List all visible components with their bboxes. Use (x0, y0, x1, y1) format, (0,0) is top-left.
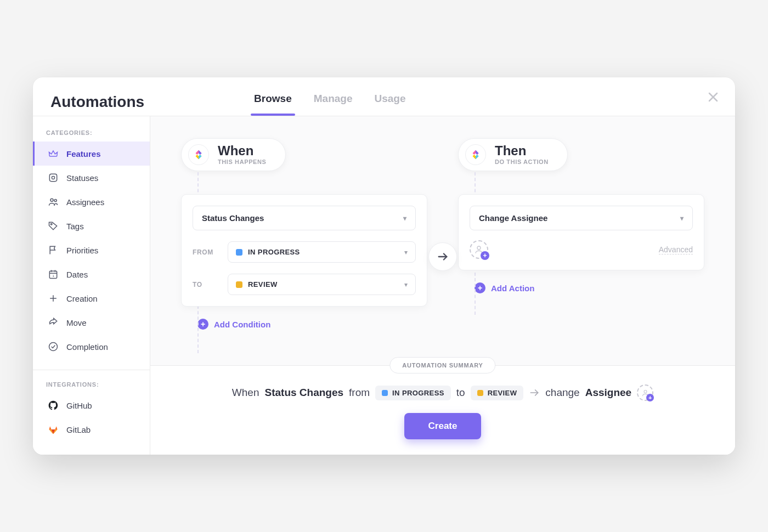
then-card: Change Assignee ▾ Advanced (458, 194, 704, 270)
summary-chip-from: IN PROGRESS (375, 386, 451, 400)
assignee-row: Advanced (470, 240, 693, 259)
summary-from-status: IN PROGRESS (392, 389, 444, 397)
sidebar-divider (33, 370, 150, 370)
modal-header: Automations Browse Manage Usage (33, 77, 735, 116)
add-condition-label: Add Condition (214, 320, 270, 329)
then-column: Then DO THIS ACTION Change Assignee ▾ (427, 138, 704, 343)
sidebar: CATEGORIES: Features Statuses Assignees … (33, 116, 150, 455)
close-icon (707, 90, 720, 104)
when-card: Status Changes ▾ FROM IN PROGRESS ▾ (181, 194, 427, 307)
advanced-link[interactable]: Advanced (659, 245, 693, 254)
svg-point-9 (49, 343, 58, 351)
summary-to-status: REVIEW (488, 389, 517, 397)
sidebar-item-move[interactable]: Move (33, 310, 150, 335)
tab-usage[interactable]: Usage (375, 88, 406, 116)
sidebar-item-dates[interactable]: 1 Dates (33, 262, 150, 286)
sidebar-item-label: GitHub (66, 401, 92, 410)
tab-manage[interactable]: Manage (314, 88, 353, 116)
summary-text: change (545, 387, 579, 399)
sidebar-item-label: Tags (66, 222, 84, 231)
arrow-right-icon (437, 251, 449, 263)
summary-text: When (232, 387, 259, 399)
sidebar-item-completion[interactable]: Completion (33, 335, 150, 359)
plus-circle-icon: + (197, 319, 208, 330)
sidebar-item-priorities[interactable]: Priorities (33, 238, 150, 262)
sidebar-section-categories: CATEGORIES: (33, 129, 150, 142)
person-icon (474, 245, 484, 254)
sidebar-item-label: Features (66, 149, 101, 159)
sidebar-item-assignees[interactable]: Assignees (33, 190, 150, 214)
add-action-label: Add Action (491, 284, 534, 293)
svg-rect-2 (49, 174, 57, 181)
close-button[interactable] (707, 90, 720, 104)
sidebar-item-label: Dates (66, 270, 88, 279)
sidebar-item-label: GitLab (66, 425, 91, 434)
status-dot (236, 249, 242, 256)
create-button[interactable]: Create (404, 413, 482, 439)
then-pill: Then DO THIS ACTION (458, 138, 568, 171)
when-title: When (218, 144, 267, 157)
sidebar-item-label: Move (66, 318, 87, 327)
check-circle-icon (48, 341, 59, 352)
to-status-select[interactable]: REVIEW ▾ (228, 274, 416, 295)
sidebar-item-statuses[interactable]: Statuses (33, 166, 150, 190)
automations-modal: Automations Browse Manage Usage CATEGORI… (33, 77, 735, 455)
chevron-down-icon: ▾ (403, 214, 406, 222)
when-column: When THIS HAPPENS Status Changes ▾ FROM (181, 138, 427, 343)
sidebar-item-features[interactable]: Features (33, 142, 150, 166)
page-title: Automations (50, 93, 144, 111)
from-label: FROM (193, 248, 218, 256)
summary-text: Assignee (585, 387, 631, 399)
sidebar-item-creation[interactable]: Creation (33, 286, 150, 310)
status-dot (236, 281, 242, 288)
action-select[interactable]: Change Assignee ▾ (470, 206, 693, 230)
sidebar-item-tags[interactable]: Tags (33, 214, 150, 238)
svg-point-6 (50, 223, 52, 225)
gitlab-icon (48, 424, 59, 435)
modal-body: CATEGORIES: Features Statuses Assignees … (33, 116, 735, 455)
sidebar-section-integrations: INTEGRATIONS: (33, 381, 150, 393)
from-status-value: IN PROGRESS (248, 248, 300, 256)
chevron-down-icon: ▾ (680, 214, 684, 222)
action-value: Change Assignee (479, 213, 547, 223)
share-icon (48, 317, 59, 328)
arrow-divider (428, 242, 457, 271)
sidebar-item-github[interactable]: GitHub (33, 393, 150, 417)
sidebar-item-label: Creation (66, 294, 98, 303)
from-row: FROM IN PROGRESS ▾ (193, 241, 416, 263)
from-status-select[interactable]: IN PROGRESS ▾ (228, 241, 416, 263)
flag-icon (48, 245, 59, 256)
automation-builder: When THIS HAPPENS Status Changes ▾ FROM (150, 116, 735, 365)
add-condition-button[interactable]: + Add Condition (197, 319, 270, 330)
svg-point-13 (644, 390, 647, 393)
sidebar-item-label: Priorities (66, 246, 98, 255)
svg-point-11 (477, 246, 481, 250)
add-assignee-button[interactable] (470, 240, 488, 259)
trigger-value: Status Changes (202, 213, 264, 223)
crown-icon (48, 148, 59, 159)
tag-icon (48, 220, 59, 231)
summary-section: AUTOMATION SUMMARY When Status Changes f… (150, 365, 735, 455)
chevron-down-icon: ▾ (404, 281, 408, 288)
to-label: TO (193, 281, 218, 288)
add-action-button[interactable]: + Add Action (475, 282, 534, 293)
when-pill: When THIS HAPPENS (181, 138, 286, 171)
summary-assignee-icon[interactable] (637, 384, 653, 401)
people-icon (48, 196, 59, 207)
summary-text: Status Changes (264, 387, 343, 399)
summary-chip-to: REVIEW (471, 386, 524, 400)
arrow-right-icon (529, 387, 540, 398)
sidebar-item-label: Assignees (66, 197, 104, 207)
status-dot (477, 390, 483, 396)
plus-icon (48, 293, 59, 304)
sidebar-item-label: Completion (66, 342, 108, 352)
tab-browse[interactable]: Browse (254, 88, 292, 116)
chevron-down-icon: ▾ (404, 248, 408, 256)
trigger-select[interactable]: Status Changes ▾ (193, 206, 416, 230)
tabs: Browse Manage Usage (254, 88, 405, 116)
then-title: Then (495, 144, 549, 157)
to-status-value: REVIEW (248, 280, 278, 288)
sidebar-item-label: Statuses (66, 173, 98, 183)
calendar-icon: 1 (48, 269, 59, 280)
sidebar-item-gitlab[interactable]: GitLab (33, 417, 150, 442)
